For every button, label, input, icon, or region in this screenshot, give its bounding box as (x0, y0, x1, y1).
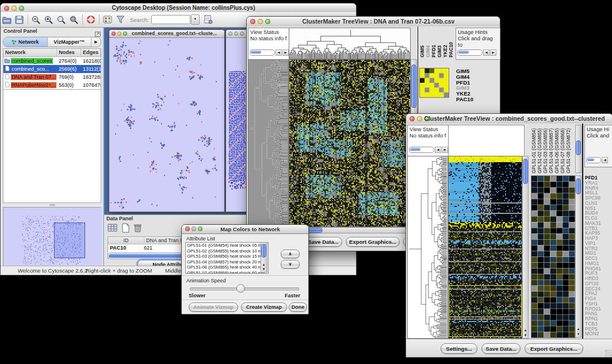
move-down-button[interactable]: ∨ (281, 260, 300, 269)
create-vizmap-button[interactable]: Create Vizmap (241, 302, 287, 312)
export-graphics-button[interactable]: Export Graphics... (346, 237, 400, 247)
mini-scrollbar[interactable]: ◀ (586, 157, 608, 163)
search-input[interactable] (151, 15, 190, 24)
mini-scrollbar[interactable]: ◀▶ (250, 49, 289, 56)
zoom-window-icon[interactable] (240, 32, 244, 36)
network-table-header[interactable]: Network Nodes Edges (3, 49, 101, 57)
column-label[interactable]: GPL51-08 (GSM872) (565, 128, 571, 173)
column-label[interactable]: GPL51-04 (GSM857) (548, 128, 554, 173)
gene-label[interactable]: MON2 (585, 331, 612, 336)
viewport-rectangle[interactable] (54, 223, 85, 258)
scroll-left-icon[interactable]: ◀ (276, 49, 282, 56)
column-label[interactable]: GPL51-01 (GSM854) (531, 128, 537, 173)
scroll-up-icon[interactable]: ▲ (523, 328, 528, 332)
search-dropdown-icon[interactable]: ▼ (191, 14, 200, 25)
minimize-icon[interactable] (234, 32, 238, 36)
column-label[interactable]: GPL51-07 (GSM868) (560, 128, 565, 173)
close-icon[interactable] (4, 6, 9, 11)
resize-grip[interactable] (605, 350, 612, 357)
trash-icon[interactable] (133, 223, 142, 233)
scroll-up-icon[interactable]: ▲ (261, 262, 266, 267)
treeview2-titlebar[interactable]: ClusterMaker TreeView : combined_scores_… (406, 114, 612, 124)
network-row[interactable]: DNA and Tran 07...769(0)183728(0) (3, 73, 101, 81)
scroll-left-icon[interactable]: ◀ (483, 49, 489, 56)
minimize-icon[interactable] (117, 32, 121, 36)
dialog-titlebar[interactable]: Map Colors to Network (182, 225, 308, 234)
mini-scrollbar[interactable]: ◀▶ (409, 147, 448, 153)
attribute-browser-icon[interactable] (202, 13, 215, 26)
treeview1-titlebar[interactable]: ClusterMaker TreeView : DNA and Tran 07-… (247, 17, 500, 27)
close-icon[interactable] (410, 116, 415, 121)
close-icon[interactable] (112, 32, 116, 36)
scroll-left-icon[interactable]: ◀ (435, 147, 441, 153)
attribute-list-scrollbar[interactable]: ▲ ▼ (261, 242, 267, 273)
help-ring-icon[interactable] (85, 13, 97, 26)
heatmap-vscrollbar[interactable]: ▲ ▼ (522, 156, 529, 339)
attribute-item[interactable]: GPL51-01 (GSM854) heat shock 05 min (186, 243, 268, 248)
inner-titlebar[interactable]: combined_scores_good.txt--cluste... (109, 30, 224, 38)
move-up-button[interactable]: ∧ (281, 250, 300, 258)
vizmapper-icon[interactable] (101, 13, 114, 26)
filter-icon[interactable] (114, 13, 127, 26)
network-view-window[interactable]: combined_scores_good.txt--cluste... (109, 29, 225, 212)
scroll-right-icon[interactable]: ▶ (282, 49, 289, 56)
column-label[interactable]: GIM5 (419, 45, 425, 58)
settings-button[interactable]: Settings... (441, 343, 477, 354)
close-icon[interactable] (250, 19, 255, 24)
mini-scrollbar[interactable]: ◀▶ (457, 49, 496, 56)
close-icon[interactable] (228, 32, 232, 36)
done-button[interactable]: Done (289, 302, 307, 312)
id-column-header[interactable]: ID (108, 237, 144, 244)
save-data-button[interactable]: Save Data... (481, 343, 521, 354)
inner-traffic-lights-2[interactable] (228, 32, 244, 36)
attribute-item[interactable]: GPL51-07 (GSM868) heat shock 60 min (186, 270, 268, 274)
float-panel-icon[interactable] (95, 29, 101, 39)
col-edges[interactable]: Edges (81, 49, 101, 56)
network-graph-canvas[interactable] (109, 38, 223, 212)
col-network[interactable]: Network (3, 49, 57, 56)
close-icon[interactable] (185, 227, 190, 231)
birdseye-canvas[interactable] (3, 208, 102, 266)
scroll-down-icon[interactable]: ▼ (261, 267, 266, 271)
animate-vizmap-button[interactable]: Animate Vizmap (189, 302, 238, 312)
column-label[interactable]: GIM3 (437, 45, 442, 58)
heatmap-canvas[interactable] (448, 156, 522, 339)
scroll-down-icon[interactable]: ▼ (523, 333, 528, 338)
column-label[interactable]: GPL51-06 (GSM865) (554, 128, 560, 173)
table-icon[interactable] (108, 223, 118, 233)
heatmap-canvas[interactable] (289, 59, 411, 227)
network-row[interactable]: combined_scores2764(0)16218(0) (3, 57, 101, 65)
new-document-icon[interactable] (121, 223, 130, 233)
slider-thumb[interactable] (236, 284, 245, 293)
scroll-left-icon[interactable]: ◀ (602, 157, 608, 163)
col-nodes[interactable]: Nodes (57, 49, 81, 56)
network-row[interactable]: RNAPuberNov2+...563(0)107847(0) (3, 81, 101, 89)
zoom-out-icon[interactable] (30, 13, 43, 26)
zoom-in-icon[interactable] (43, 13, 55, 26)
network-row[interactable]: combined_sco...2569(6)13112(15) (3, 65, 101, 73)
zoom-selected-icon[interactable] (68, 13, 81, 26)
scroll-right-icon[interactable]: ▶ (490, 49, 496, 56)
zoom-heatmap-canvas[interactable] (531, 175, 576, 338)
attribute-item[interactable]: GPL51-06 (GSM865) heat shock 40 min (186, 265, 268, 270)
export-graphics-button[interactable]: Export Graphics... (525, 343, 583, 354)
attribute-item[interactable]: GPL51-04 (GSM857) heat shock 20 min (186, 259, 268, 265)
column-dendrogram-canvas[interactable] (289, 28, 411, 59)
cytoscape-titlebar[interactable]: Cytoscape Desktop (Session Name: collins… (1, 3, 356, 13)
summary-matrix-canvas[interactable] (419, 68, 449, 98)
save-data-button[interactable]: Save Data... (304, 237, 342, 247)
scroll-up-icon[interactable]: ▲ (576, 327, 581, 331)
column-label[interactable]: GPL51-02 (GSM855) (537, 128, 542, 173)
zoom-vscrollbar[interactable]: ▲ ▼ (575, 175, 582, 338)
scroll-right-icon[interactable]: ▶ (442, 147, 448, 153)
inner-traffic-lights[interactable] (112, 32, 127, 36)
open-folder-icon[interactable] (1, 13, 13, 26)
row-dendrogram-canvas[interactable] (407, 156, 448, 339)
attribute-item[interactable]: GPL51-02 (GSM855) heat shock 10 min (186, 248, 268, 254)
column-label[interactable]: PAC10 (448, 42, 454, 58)
column-label[interactable]: GIM4 (425, 45, 431, 58)
labels-vscrollbar[interactable] (575, 125, 582, 173)
attribute-item[interactable]: GPL51-03 (GSM856) heat shock 15 min (186, 254, 268, 259)
column-label[interactable]: YKE2 (442, 45, 448, 58)
scroll-down-icon[interactable]: ▼ (576, 332, 581, 336)
